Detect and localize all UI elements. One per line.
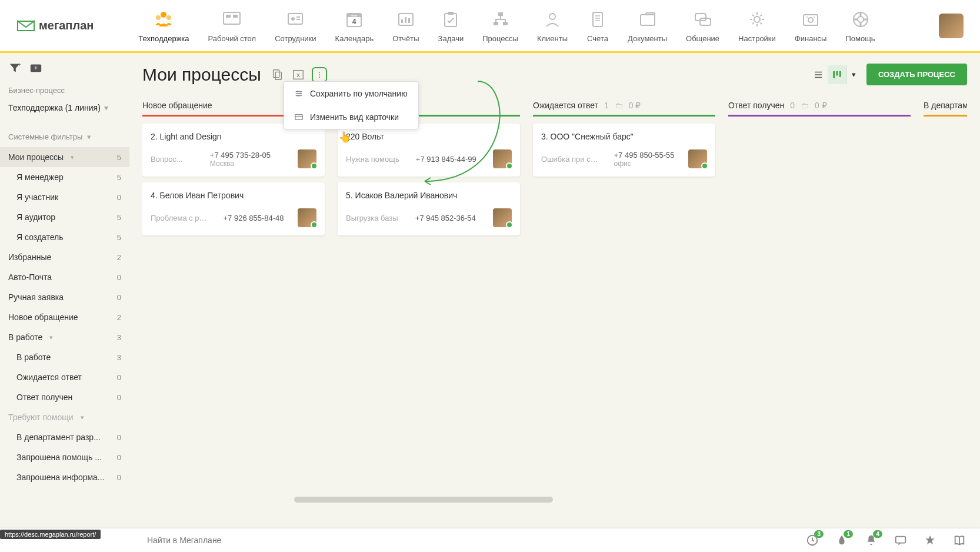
assignee-avatar[interactable] — [493, 208, 512, 227]
process-card[interactable]: 3. ООО "Снежный барс"Ошибка при созда...… — [533, 124, 715, 177]
sidebar-item[interactable]: Запрошена информа...0 — [0, 467, 129, 487]
folder-icon: 🗀 — [615, 101, 623, 110]
nav-help[interactable]: Помощь — [836, 4, 884, 48]
topbar: мегаплан Техподдержка Рабочий стол Сотру… — [0, 0, 980, 53]
user-avatar[interactable] — [939, 14, 964, 38]
create-process-button[interactable]: СОЗДАТЬ ПРОЦЕСС — [866, 64, 967, 85]
assignee-avatar[interactable] — [688, 149, 707, 168]
sidebar-item[interactable]: Запрошена помощь ...0 — [0, 447, 129, 467]
star-icon[interactable] — [924, 534, 936, 547]
sidebar-item[interactable]: Ручная заявка0 — [0, 287, 129, 307]
nav-processes[interactable]: Процессы — [473, 4, 528, 48]
sidebar-item[interactable]: Ответ получен0 — [0, 387, 129, 407]
page-title: Мои процессы — [142, 65, 261, 85]
sidebar-item[interactable]: Ожидается ответ0 — [0, 367, 129, 387]
column-header[interactable]: В департамент — [924, 96, 967, 117]
svg-text:4: 4 — [352, 18, 356, 26]
logo[interactable]: мегаплан — [16, 19, 94, 33]
assignee-avatar[interactable] — [298, 208, 316, 227]
sys-filters-header[interactable]: Системные фильтры▾ — [0, 127, 129, 147]
sidebar-item[interactable]: Я аудитор5 — [0, 207, 129, 227]
sidebar-item[interactable]: Я участник0 — [0, 187, 129, 207]
view-dropdown-icon[interactable]: ▾ — [846, 65, 861, 84]
svg-point-30 — [814, 16, 815, 18]
dropdown-change-card-view[interactable]: Изменить вид карточки — [284, 105, 418, 129]
svg-rect-15 — [408, 18, 410, 23]
svg-rect-17 — [448, 12, 454, 15]
nav-finance[interactable]: Финансы — [785, 4, 836, 48]
svg-text:X: X — [296, 72, 300, 78]
nav-chat[interactable]: Общение — [676, 4, 729, 48]
more-options-icon[interactable] — [312, 67, 327, 82]
nav-docs[interactable]: Документы — [618, 4, 676, 48]
svg-point-29 — [806, 16, 808, 18]
more-dropdown: Сохранить по умолчанию Изменить вид карт… — [284, 81, 419, 129]
svg-rect-14 — [405, 17, 406, 23]
nav-staff[interactable]: Сотрудники — [265, 4, 325, 48]
svg-text:+: + — [18, 62, 21, 68]
nav-support[interactable]: Техподдержка — [129, 4, 198, 48]
folder-icon: 🗀 — [801, 101, 809, 110]
kanban-column: Ответ получен 0 🗀 0 ₽ — [728, 96, 911, 520]
svg-rect-22 — [593, 12, 602, 26]
process-card[interactable]: 4. Белов Иван ПетровичПроблема с рассы..… — [142, 182, 325, 235]
process-card[interactable]: 220 ВольтНужна помощь+7 913 845-44-99 — [338, 124, 520, 177]
nav-bills[interactable]: Счета — [577, 4, 618, 48]
svg-rect-6 — [288, 14, 302, 24]
kanban-board: Новое обращение 2. Light and DesignВопро… — [142, 96, 967, 520]
sidebar-item[interactable]: Я менеджер5 — [0, 167, 129, 187]
svg-rect-16 — [445, 14, 456, 26]
horizontal-scrollbar[interactable] — [294, 497, 968, 503]
svg-point-7 — [291, 17, 295, 21]
sidebar-item[interactable]: Требуют помощи▾ — [0, 407, 129, 427]
nav-tasks[interactable]: Задачи — [429, 4, 474, 48]
book-icon[interactable] — [953, 534, 966, 547]
view-kanban-icon[interactable] — [828, 65, 846, 84]
kanban-column: Новое обращение 2. Light and DesignВопро… — [142, 96, 325, 520]
clock-icon[interactable]: 3 — [806, 534, 819, 547]
chat-icon[interactable] — [894, 534, 907, 547]
sidebar-item[interactable]: В работе3 — [0, 347, 129, 367]
global-search-input[interactable] — [12, 528, 839, 552]
sidebar-item[interactable]: Мои процессы▾5 — [0, 147, 129, 167]
svg-point-41 — [319, 74, 320, 75]
svg-point-0 — [161, 12, 166, 18]
bp-select[interactable]: Техподдержка (1 линия)▾ — [0, 98, 129, 117]
process-card[interactable]: 5. Исаков Валерий ИвановичВыгрузка базы+… — [338, 182, 520, 235]
process-card[interactable]: 2. Light and DesignВопрос...+7 495 735-2… — [142, 124, 325, 177]
sidebar-item[interactable]: В работе▾3 — [0, 327, 129, 347]
sidebar-item[interactable]: Новое обращение2 — [0, 307, 129, 327]
nav-calendar[interactable]: 4июньКалендарь — [326, 4, 384, 48]
bottombar: 3 1 4 — [0, 528, 980, 552]
column-header[interactable]: Ответ получен 0 🗀 0 ₽ — [728, 96, 911, 117]
nav-settings[interactable]: Настройки — [729, 4, 785, 48]
sidebar-item[interactable]: Авто-Почта0 — [0, 267, 129, 287]
svg-rect-27 — [804, 15, 818, 25]
svg-text:июнь: июнь — [351, 14, 358, 17]
svg-point-48 — [298, 95, 299, 97]
sidebar-item[interactable]: Избранные2 — [0, 247, 129, 267]
sidebar-item[interactable]: Я создатель5 — [0, 227, 129, 247]
copy-icon[interactable] — [269, 67, 285, 82]
assignee-avatar[interactable] — [298, 149, 316, 168]
add-folder-icon[interactable]: + — [29, 61, 42, 74]
svg-point-32 — [858, 16, 864, 22]
svg-rect-5 — [233, 15, 238, 18]
sidebar: + + Бизнес-процесс Техподдержка (1 линия… — [0, 53, 129, 528]
nav-clients[interactable]: Клиенты — [528, 4, 577, 48]
svg-rect-37 — [275, 72, 281, 79]
filter-icon[interactable]: + — [8, 61, 21, 74]
bp-label: Бизнес-процесс — [0, 82, 129, 98]
svg-rect-36 — [273, 69, 279, 77]
excel-export-icon[interactable]: X — [291, 67, 306, 82]
fire-icon[interactable]: 1 — [835, 534, 848, 547]
view-list-icon[interactable] — [809, 65, 828, 84]
column-header[interactable]: Ожидается ответ 1 🗀 0 ₽ — [533, 96, 715, 117]
sidebar-item[interactable]: В департамент разр...0 — [0, 427, 129, 447]
nav-reports[interactable]: Отчёты — [383, 4, 428, 48]
bell-icon[interactable]: 4 — [865, 534, 878, 547]
svg-rect-3 — [224, 12, 240, 24]
assignee-avatar[interactable] — [493, 149, 512, 168]
dropdown-save-default[interactable]: Сохранить по умолчанию — [284, 82, 418, 105]
nav-desktop[interactable]: Рабочий стол — [199, 4, 266, 48]
